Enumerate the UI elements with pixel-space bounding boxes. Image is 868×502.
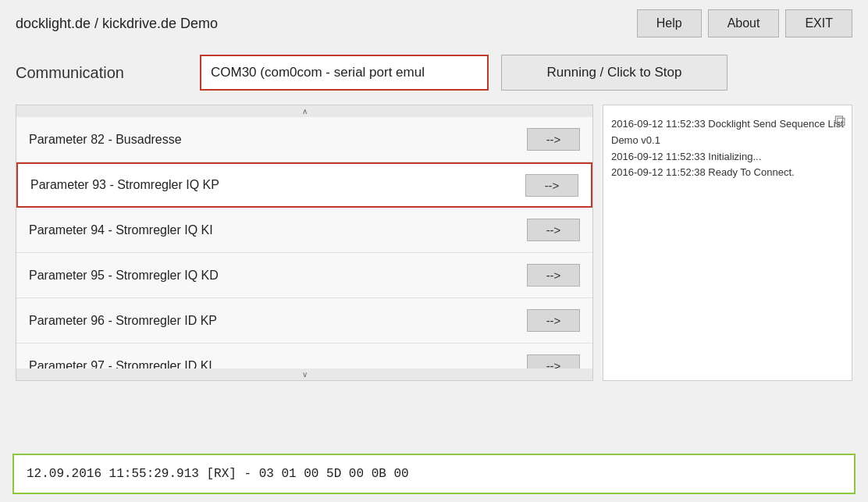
log-line: 2016-09-12 11:52:33 Docklight Send Seque… bbox=[611, 116, 844, 149]
comm-port-display[interactable]: COM30 (com0com - serial port emul bbox=[200, 55, 489, 91]
app-title: docklight.de / kickdrive.de Demo bbox=[16, 16, 218, 32]
about-button[interactable]: About bbox=[708, 9, 780, 37]
log-line: 2016-09-12 11:52:33 Initializing... bbox=[611, 149, 844, 166]
run-stop-button[interactable]: Running / Click to Stop bbox=[501, 55, 727, 91]
log-text: 2016-09-12 11:52:33 Docklight Send Seque… bbox=[611, 116, 844, 181]
param-send-button[interactable]: --> bbox=[527, 219, 580, 241]
status-bar: 12.09.2016 11:55:29.913 [RX] - 03 01 00 … bbox=[12, 454, 856, 494]
param-item[interactable]: Parameter 97 - Stromregler ID KI--> bbox=[16, 344, 592, 368]
param-send-button[interactable]: --> bbox=[527, 128, 580, 151]
param-send-button[interactable]: --> bbox=[527, 354, 580, 368]
param-name: Parameter 96 - Stromregler ID KP bbox=[29, 314, 217, 328]
param-name: Parameter 82 - Busadresse bbox=[29, 133, 182, 147]
header: docklight.de / kickdrive.de Demo Help Ab… bbox=[0, 0, 868, 47]
param-send-button[interactable]: --> bbox=[527, 264, 580, 287]
exit-button[interactable]: EXIT bbox=[785, 9, 852, 37]
param-item[interactable]: Parameter 96 - Stromregler ID KP--> bbox=[16, 298, 592, 344]
log-panel: ⧉ 2016-09-12 11:52:33 Docklight Send Seq… bbox=[603, 105, 852, 381]
param-send-button[interactable]: --> bbox=[525, 174, 578, 197]
log-line: 2016-09-12 11:52:38 Ready To Connect. bbox=[611, 165, 844, 181]
header-buttons: Help About EXIT bbox=[637, 9, 852, 37]
param-list[interactable]: Parameter 82 - Busadresse-->Parameter 93… bbox=[16, 117, 592, 368]
param-item[interactable]: Parameter 82 - Busadresse--> bbox=[16, 117, 592, 162]
copy-icon[interactable]: ⧉ bbox=[834, 112, 845, 130]
param-name: Parameter 95 - Stromregler IQ KD bbox=[29, 269, 219, 283]
param-list-container: ∧ Parameter 82 - Busadresse-->Parameter … bbox=[16, 105, 593, 381]
param-name: Parameter 97 - Stromregler ID KI bbox=[29, 359, 212, 369]
comm-row: Communication COM30 (com0com - serial po… bbox=[0, 47, 868, 98]
param-name: Parameter 94 - Stromregler IQ KI bbox=[29, 223, 213, 237]
param-item[interactable]: Parameter 94 - Stromregler IQ KI--> bbox=[16, 208, 592, 253]
param-send-button[interactable]: --> bbox=[527, 309, 580, 332]
scroll-up-indicator: ∧ bbox=[16, 105, 592, 117]
param-item[interactable]: Parameter 95 - Stromregler IQ KD--> bbox=[16, 253, 592, 298]
comm-label: Communication bbox=[16, 64, 187, 82]
param-name: Parameter 93 - Stromregler IQ KP bbox=[30, 178, 219, 192]
main-area: ∧ Parameter 82 - Busadresse-->Parameter … bbox=[0, 98, 868, 387]
scroll-down-indicator: ∨ bbox=[16, 368, 592, 380]
param-item[interactable]: Parameter 93 - Stromregler IQ KP--> bbox=[16, 162, 592, 208]
status-bar-text: 12.09.2016 11:55:29.913 [RX] - 03 01 00 … bbox=[27, 467, 409, 481]
help-button[interactable]: Help bbox=[637, 9, 702, 37]
